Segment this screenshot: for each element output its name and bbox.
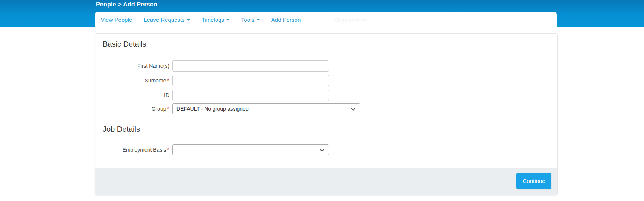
required-asterisk: * xyxy=(167,78,169,84)
surname-input[interactable] xyxy=(172,75,329,86)
id-input[interactable] xyxy=(172,90,329,101)
employment-basis-select[interactable] xyxy=(172,144,329,155)
section-title-basic-details: Basic Details xyxy=(103,40,146,49)
first-name-input[interactable] xyxy=(172,60,329,72)
required-asterisk: * xyxy=(167,106,169,112)
tab-bar: View People Leave Requests Timelogs Tool… xyxy=(95,12,557,27)
tab-label: Tools xyxy=(241,17,254,23)
tab-add-person[interactable]: Add Person xyxy=(270,12,301,27)
tab-label: Add Person xyxy=(271,17,301,23)
chevron-down-icon xyxy=(351,106,355,110)
tab-label: Timelogs xyxy=(202,17,224,23)
first-name-label: First Name(s) xyxy=(95,60,169,72)
caret-down-icon xyxy=(187,19,190,21)
group-select[interactable]: DEFAULT - No group assigned xyxy=(172,103,360,114)
tab-label: View People xyxy=(101,17,132,23)
employment-basis-label: Employment Basis* xyxy=(95,144,169,155)
required-asterisk: * xyxy=(167,147,169,153)
surname-label: Surname* xyxy=(95,75,169,86)
caret-down-icon xyxy=(257,19,260,21)
tab-tools[interactable]: Tools xyxy=(240,12,260,27)
tab-leave-requests[interactable]: Leave Requests xyxy=(143,12,190,27)
group-select-value: DEFAULT - No group assigned xyxy=(176,106,249,112)
breadcrumb: People > Add Person xyxy=(96,1,158,8)
caret-down-icon xyxy=(226,19,229,21)
tab-timelogs[interactable]: Timelogs xyxy=(201,12,230,27)
group-label: Group* xyxy=(95,103,169,114)
add-person-form-card: Basic Details First Name(s) Surname* ID … xyxy=(95,33,558,195)
continue-button[interactable]: Continue xyxy=(516,173,551,189)
section-title-job-details: Job Details xyxy=(103,125,140,134)
tab-view-people[interactable]: View People xyxy=(100,12,133,27)
form-footer: Continue xyxy=(95,168,557,195)
chevron-down-icon xyxy=(320,147,324,151)
tab-label: Leave Requests xyxy=(144,17,184,23)
ghost-tab-organisation: Organisation xyxy=(335,17,367,23)
id-label: ID xyxy=(95,90,169,101)
